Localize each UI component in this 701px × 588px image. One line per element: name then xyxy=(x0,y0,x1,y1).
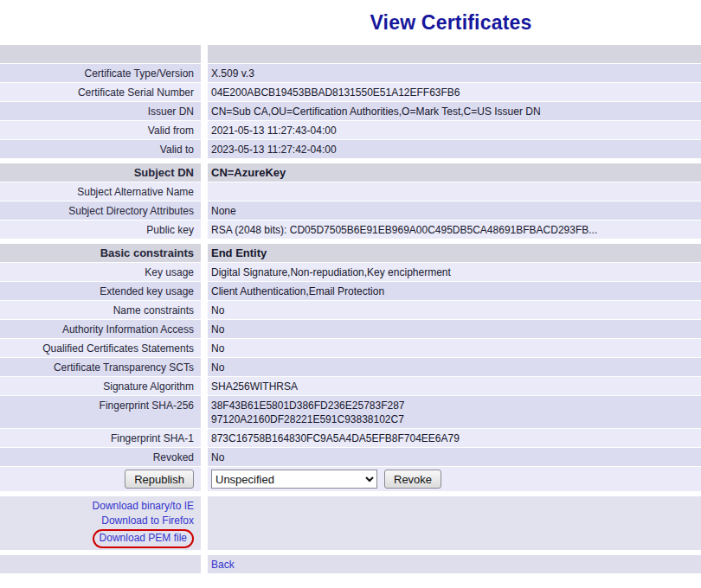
row-fingerprint-sha-1: Fingerprint SHA-1 873C16758B164830FC9A5A… xyxy=(0,429,701,447)
field-value: None xyxy=(208,201,701,220)
field-value: SHA256WITHRSA xyxy=(208,377,701,395)
row-subject-dn: Subject DN CN=AzureKey xyxy=(0,163,701,182)
field-label: Certificate Transparency SCTs xyxy=(0,358,201,376)
republish-button[interactable]: Republish xyxy=(125,470,194,489)
row-name-constraints: Name constraints No xyxy=(0,301,701,319)
revoke-button[interactable]: Revoke xyxy=(384,470,441,489)
row-table-header xyxy=(0,45,701,63)
field-value xyxy=(208,182,701,201)
certificate-table: Certificate Type/Version X.509 v.3 Certi… xyxy=(0,45,701,573)
download-firefox-link[interactable]: Download to Firefox xyxy=(7,514,194,527)
republish-cell: Republish xyxy=(0,467,201,491)
title-bar: View Certificates xyxy=(0,0,701,45)
field-label: Fingerprint SHA-1 xyxy=(0,429,201,447)
field-label: Issuer DN xyxy=(0,102,201,120)
row-qualified-certificates-statements: Qualified Certificates Statements No xyxy=(0,339,701,357)
row-subject-directory-attributes: Subject Directory Attributes None xyxy=(0,201,701,220)
row-extended-key-usage: Extended key usage Client Authentication… xyxy=(0,282,701,300)
field-value: 2023-05-13 11:27:42-04:00 xyxy=(208,140,701,158)
field-value: No xyxy=(208,320,701,338)
field-value: 04E200ABCB19453BBAD8131550E51A12EFF63FB6 xyxy=(208,83,701,101)
field-label: Fingerprint SHA-256 xyxy=(0,396,201,428)
field-label: Key usage xyxy=(0,263,201,281)
field-label xyxy=(0,45,201,63)
field-label: Qualified Certificates Statements xyxy=(0,339,201,357)
row-signature-algorithm: Signature Algorithm SHA256WITHRSA xyxy=(0,377,701,395)
row-issuer-dn: Issuer DN CN=Sub CA,OU=Certification Aut… xyxy=(0,102,701,120)
page-title: View Certificates xyxy=(370,11,531,35)
field-label: Name constraints xyxy=(0,301,201,319)
field-value: Client Authentication,Email Protection xyxy=(208,282,701,300)
field-label: Signature Algorithm xyxy=(0,377,201,395)
revoke-cell: Unspecified Revoke xyxy=(208,467,701,491)
field-label: Public key xyxy=(0,220,201,239)
row-certificate-transparency-scts: Certificate Transparency SCTs No xyxy=(0,358,701,376)
row-basic-constraints: Basic constraints End Entity xyxy=(0,244,701,262)
field-value: No xyxy=(208,448,701,466)
field-label: Certificate Serial Number xyxy=(0,83,201,101)
download-binary-ie-link[interactable]: Download binary/to IE xyxy=(7,499,194,513)
row-valid-to: Valid to 2023-05-13 11:27:42-04:00 xyxy=(0,140,701,158)
field-label: Extended key usage xyxy=(0,282,201,300)
highlight-ellipse: Download PEM file xyxy=(93,529,194,548)
field-label: Revoked xyxy=(0,448,201,466)
field-label: Certificate Type/Version xyxy=(0,64,201,82)
back-spacer-cell xyxy=(0,555,201,573)
row-key-usage: Key usage Digital Signature,Non-repudiat… xyxy=(0,263,701,281)
action-row: Republish Unspecified Revoke xyxy=(0,467,701,491)
row-certificate-type-version: Certificate Type/Version X.509 v.3 xyxy=(0,64,701,82)
download-pem-link[interactable]: Download PEM file xyxy=(100,531,187,545)
field-value: No xyxy=(208,339,701,357)
field-value: 873C16758B164830FC9A5A4DA5EFB8F704EE6A79 xyxy=(208,429,701,447)
field-value: X.509 v.3 xyxy=(208,64,701,82)
field-label: Subject Directory Attributes xyxy=(0,201,201,220)
revocation-reason-select[interactable]: Unspecified xyxy=(211,470,377,489)
download-row: Download binary/to IE Download to Firefo… xyxy=(0,496,701,550)
field-value: End Entity xyxy=(208,244,701,262)
row-certificate-serial-number: Certificate Serial Number 04E200ABCB1945… xyxy=(0,83,701,101)
field-value xyxy=(208,45,701,63)
back-row: Back xyxy=(0,555,701,573)
field-label: Authority Information Access xyxy=(0,320,201,338)
back-cell: Back xyxy=(208,555,701,573)
field-label: Valid from xyxy=(0,121,201,139)
field-value: CN=AzureKey xyxy=(208,163,701,182)
field-label: Valid to xyxy=(0,140,201,158)
row-fingerprint-sha-256: Fingerprint SHA-256 38F43B61E5801D386FD2… xyxy=(0,396,701,428)
field-label: Subject Alternative Name xyxy=(0,182,201,201)
field-value: 2021-05-13 11:27:43-04:00 xyxy=(208,121,701,139)
row-valid-from: Valid from 2021-05-13 11:27:43-04:00 xyxy=(0,121,701,139)
download-links: Download binary/to IE Download to Firefo… xyxy=(0,496,201,550)
field-value: RSA (2048 bits): CD05D7505B6E91EB969A00C… xyxy=(208,220,701,239)
field-value: 38F43B61E5801D386FD236E25783F287 97120A2… xyxy=(208,396,701,428)
field-label: Subject DN xyxy=(0,163,201,182)
field-label: Basic constraints xyxy=(0,244,201,262)
back-link[interactable]: Back xyxy=(211,559,235,571)
row-subject-alternative-name: Subject Alternative Name xyxy=(0,182,701,201)
row-public-key: Public key RSA (2048 bits): CD05D7505B6E… xyxy=(0,220,701,239)
field-value: CN=Sub CA,OU=Certification Authorities,O… xyxy=(208,102,701,120)
row-revoked: Revoked No xyxy=(0,448,701,466)
field-value: No xyxy=(208,358,701,376)
field-value: Digital Signature,Non-repudiation,Key en… xyxy=(208,263,701,281)
field-value: No xyxy=(208,301,701,319)
download-spacer-cell xyxy=(208,496,701,550)
row-authority-information-access: Authority Information Access No xyxy=(0,320,701,338)
